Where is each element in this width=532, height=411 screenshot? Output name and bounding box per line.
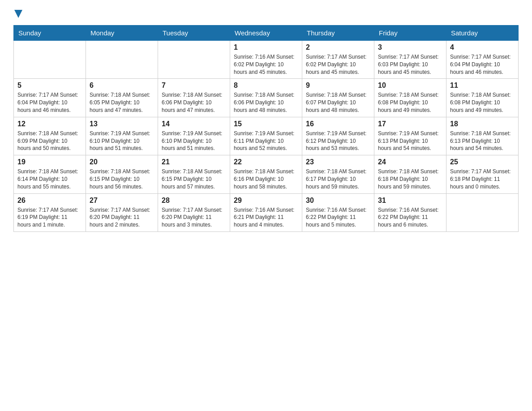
calendar-week-row: 5Sunrise: 7:17 AM Sunset: 6:04 PM Daylig…: [14, 79, 519, 117]
day-info: Sunrise: 7:18 AM Sunset: 6:15 PM Dayligh…: [90, 168, 154, 190]
svg-marker-0: [14, 10, 22, 18]
calendar-cell: 24Sunrise: 7:18 AM Sunset: 6:18 PM Dayli…: [374, 155, 446, 193]
weekday-header-sunday: Sunday: [14, 26, 86, 41]
day-info: Sunrise: 7:17 AM Sunset: 6:20 PM Dayligh…: [162, 206, 226, 229]
calendar-cell: 21Sunrise: 7:18 AM Sunset: 6:15 PM Dayli…: [158, 155, 230, 193]
weekday-header-friday: Friday: [374, 26, 446, 41]
calendar-cell: 27Sunrise: 7:17 AM Sunset: 6:20 PM Dayli…: [86, 193, 158, 231]
calendar-cell: 6Sunrise: 7:18 AM Sunset: 6:05 PM Daylig…: [86, 79, 158, 117]
day-info: Sunrise: 7:18 AM Sunset: 6:06 PM Dayligh…: [234, 91, 298, 114]
calendar-cell: 28Sunrise: 7:17 AM Sunset: 6:20 PM Dayli…: [158, 193, 230, 231]
day-info: Sunrise: 7:19 AM Sunset: 6:11 PM Dayligh…: [234, 130, 298, 152]
day-number: 19: [17, 158, 82, 166]
day-info: Sunrise: 7:16 AM Sunset: 6:22 PM Dayligh…: [378, 206, 442, 229]
day-info: Sunrise: 7:16 AM Sunset: 6:02 PM Dayligh…: [234, 53, 298, 76]
calendar-cell: [446, 193, 519, 231]
day-number: 28: [162, 197, 226, 205]
calendar-cell: 13Sunrise: 7:19 AM Sunset: 6:10 PM Dayli…: [86, 117, 158, 155]
day-info: Sunrise: 7:16 AM Sunset: 6:21 PM Dayligh…: [234, 206, 298, 229]
weekday-header-wednesday: Wednesday: [230, 26, 302, 41]
calendar-cell: 4Sunrise: 7:17 AM Sunset: 6:04 PM Daylig…: [446, 41, 519, 79]
day-number: 29: [234, 197, 298, 205]
day-info: Sunrise: 7:17 AM Sunset: 6:02 PM Dayligh…: [306, 53, 370, 76]
calendar-cell: 30Sunrise: 7:16 AM Sunset: 6:22 PM Dayli…: [302, 193, 374, 231]
calendar-cell: 31Sunrise: 7:16 AM Sunset: 6:22 PM Dayli…: [374, 193, 446, 231]
day-info: Sunrise: 7:18 AM Sunset: 6:09 PM Dayligh…: [17, 130, 82, 152]
calendar-cell: [86, 41, 158, 79]
calendar-cell: 7Sunrise: 7:18 AM Sunset: 6:06 PM Daylig…: [158, 79, 230, 117]
calendar-cell: 26Sunrise: 7:17 AM Sunset: 6:19 PM Dayli…: [14, 193, 86, 231]
calendar-header-row: SundayMondayTuesdayWednesdayThursdayFrid…: [14, 26, 519, 41]
day-info: Sunrise: 7:17 AM Sunset: 6:20 PM Dayligh…: [90, 206, 154, 229]
day-number: 12: [17, 120, 82, 128]
day-number: 1: [234, 43, 298, 51]
calendar-cell: 3Sunrise: 7:17 AM Sunset: 6:03 PM Daylig…: [374, 41, 446, 79]
day-number: 13: [90, 120, 154, 128]
day-info: Sunrise: 7:18 AM Sunset: 6:08 PM Dayligh…: [450, 91, 515, 114]
day-info: Sunrise: 7:18 AM Sunset: 6:07 PM Dayligh…: [306, 91, 370, 114]
day-number: 11: [450, 81, 515, 90]
calendar-cell: 1Sunrise: 7:16 AM Sunset: 6:02 PM Daylig…: [230, 41, 302, 79]
calendar-cell: 25Sunrise: 7:17 AM Sunset: 6:18 PM Dayli…: [446, 155, 519, 193]
day-info: Sunrise: 7:17 AM Sunset: 6:03 PM Dayligh…: [378, 53, 442, 76]
day-number: 21: [162, 158, 226, 166]
day-number: 30: [306, 197, 370, 205]
day-number: 31: [378, 197, 442, 205]
day-number: 26: [17, 197, 82, 205]
calendar-cell: 10Sunrise: 7:18 AM Sunset: 6:08 PM Dayli…: [374, 79, 446, 117]
day-info: Sunrise: 7:19 AM Sunset: 6:13 PM Dayligh…: [378, 130, 442, 152]
day-number: 7: [162, 81, 226, 90]
day-info: Sunrise: 7:19 AM Sunset: 6:12 PM Dayligh…: [306, 130, 370, 152]
calendar-cell: 29Sunrise: 7:16 AM Sunset: 6:21 PM Dayli…: [230, 193, 302, 231]
day-info: Sunrise: 7:17 AM Sunset: 6:18 PM Dayligh…: [450, 168, 515, 190]
day-info: Sunrise: 7:18 AM Sunset: 6:13 PM Dayligh…: [450, 130, 515, 152]
calendar-cell: 2Sunrise: 7:17 AM Sunset: 6:02 PM Daylig…: [302, 41, 374, 79]
calendar-cell: 11Sunrise: 7:18 AM Sunset: 6:08 PM Dayli…: [446, 79, 519, 117]
day-info: Sunrise: 7:17 AM Sunset: 6:19 PM Dayligh…: [17, 206, 82, 229]
day-info: Sunrise: 7:18 AM Sunset: 6:15 PM Dayligh…: [162, 168, 226, 190]
day-number: 3: [378, 43, 442, 51]
day-info: Sunrise: 7:18 AM Sunset: 6:14 PM Dayligh…: [17, 168, 82, 190]
calendar-week-row: 19Sunrise: 7:18 AM Sunset: 6:14 PM Dayli…: [14, 155, 519, 193]
calendar-week-row: 12Sunrise: 7:18 AM Sunset: 6:09 PM Dayli…: [14, 117, 519, 155]
day-info: Sunrise: 7:18 AM Sunset: 6:05 PM Dayligh…: [90, 91, 154, 114]
day-number: 24: [378, 158, 442, 166]
calendar-cell: 14Sunrise: 7:19 AM Sunset: 6:10 PM Dayli…: [158, 117, 230, 155]
calendar-cell: 20Sunrise: 7:18 AM Sunset: 6:15 PM Dayli…: [86, 155, 158, 193]
calendar-cell: 8Sunrise: 7:18 AM Sunset: 6:06 PM Daylig…: [230, 79, 302, 117]
day-info: Sunrise: 7:19 AM Sunset: 6:10 PM Dayligh…: [162, 130, 226, 152]
day-number: 22: [234, 158, 298, 166]
day-number: 27: [90, 197, 154, 205]
day-info: Sunrise: 7:19 AM Sunset: 6:10 PM Dayligh…: [90, 130, 154, 152]
calendar-cell: 18Sunrise: 7:18 AM Sunset: 6:13 PM Dayli…: [446, 117, 519, 155]
day-number: 5: [17, 81, 82, 90]
day-number: 16: [306, 120, 370, 128]
calendar-cell: 9Sunrise: 7:18 AM Sunset: 6:07 PM Daylig…: [302, 79, 374, 117]
day-number: 20: [90, 158, 154, 166]
day-info: Sunrise: 7:18 AM Sunset: 6:17 PM Dayligh…: [306, 168, 370, 190]
day-number: 4: [450, 43, 515, 51]
day-info: Sunrise: 7:17 AM Sunset: 6:04 PM Dayligh…: [450, 53, 515, 76]
page-header: [13, 9, 519, 18]
day-info: Sunrise: 7:17 AM Sunset: 6:04 PM Dayligh…: [17, 91, 82, 114]
calendar-cell: 16Sunrise: 7:19 AM Sunset: 6:12 PM Dayli…: [302, 117, 374, 155]
calendar-cell: 22Sunrise: 7:18 AM Sunset: 6:16 PM Dayli…: [230, 155, 302, 193]
day-info: Sunrise: 7:18 AM Sunset: 6:16 PM Dayligh…: [234, 168, 298, 190]
calendar-cell: 23Sunrise: 7:18 AM Sunset: 6:17 PM Dayli…: [302, 155, 374, 193]
calendar-cell: [14, 41, 86, 79]
calendar-week-row: 26Sunrise: 7:17 AM Sunset: 6:19 PM Dayli…: [14, 193, 519, 231]
day-number: 15: [234, 120, 298, 128]
calendar-cell: 19Sunrise: 7:18 AM Sunset: 6:14 PM Dayli…: [14, 155, 86, 193]
day-number: 18: [450, 120, 515, 128]
day-number: 9: [306, 81, 370, 90]
weekday-header-monday: Monday: [86, 26, 158, 41]
weekday-header-saturday: Saturday: [446, 26, 519, 41]
day-number: 17: [378, 120, 442, 128]
calendar-cell: [158, 41, 230, 79]
calendar-cell: 12Sunrise: 7:18 AM Sunset: 6:09 PM Dayli…: [14, 117, 86, 155]
day-number: 23: [306, 158, 370, 166]
day-number: 10: [378, 81, 442, 90]
day-info: Sunrise: 7:18 AM Sunset: 6:08 PM Dayligh…: [378, 91, 442, 114]
day-info: Sunrise: 7:16 AM Sunset: 6:22 PM Dayligh…: [306, 206, 370, 229]
day-number: 2: [306, 43, 370, 51]
